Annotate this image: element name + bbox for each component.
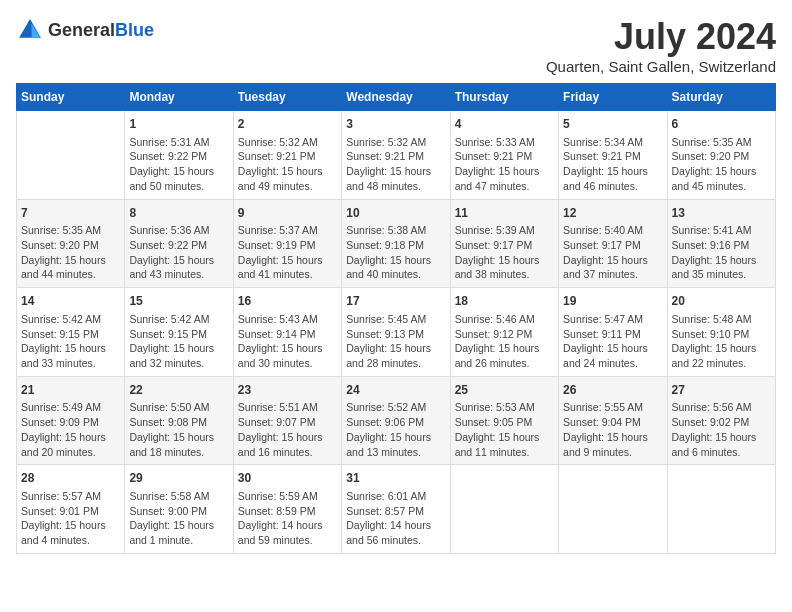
day-info: Sunrise: 5:49 AM Sunset: 9:09 PM Dayligh…: [21, 400, 120, 459]
day-cell: 23Sunrise: 5:51 AM Sunset: 9:07 PM Dayli…: [233, 376, 341, 465]
week-row-1: 1Sunrise: 5:31 AM Sunset: 9:22 PM Daylig…: [17, 111, 776, 200]
calendar-header: SundayMondayTuesdayWednesdayThursdayFrid…: [17, 84, 776, 111]
header-cell-saturday: Saturday: [667, 84, 775, 111]
day-cell: [559, 465, 667, 554]
day-info: Sunrise: 5:57 AM Sunset: 9:01 PM Dayligh…: [21, 489, 120, 548]
day-number: 18: [455, 293, 554, 310]
day-number: 11: [455, 205, 554, 222]
day-cell: 28Sunrise: 5:57 AM Sunset: 9:01 PM Dayli…: [17, 465, 125, 554]
day-cell: 31Sunrise: 6:01 AM Sunset: 8:57 PM Dayli…: [342, 465, 450, 554]
logo-general: General: [48, 20, 115, 40]
day-number: 7: [21, 205, 120, 222]
day-cell: 12Sunrise: 5:40 AM Sunset: 9:17 PM Dayli…: [559, 199, 667, 288]
logo-blue: Blue: [115, 20, 154, 40]
header: GeneralBlue July 2024 Quarten, Saint Gal…: [16, 16, 776, 75]
day-number: 12: [563, 205, 662, 222]
header-cell-thursday: Thursday: [450, 84, 558, 111]
day-number: 19: [563, 293, 662, 310]
logo-text: GeneralBlue: [48, 20, 154, 41]
header-cell-monday: Monday: [125, 84, 233, 111]
day-cell: 3Sunrise: 5:32 AM Sunset: 9:21 PM Daylig…: [342, 111, 450, 200]
day-number: 15: [129, 293, 228, 310]
day-number: 14: [21, 293, 120, 310]
week-row-3: 14Sunrise: 5:42 AM Sunset: 9:15 PM Dayli…: [17, 288, 776, 377]
logo-icon: [16, 16, 44, 44]
day-number: 31: [346, 470, 445, 487]
day-info: Sunrise: 5:41 AM Sunset: 9:16 PM Dayligh…: [672, 223, 771, 282]
day-number: 27: [672, 382, 771, 399]
day-cell: 14Sunrise: 5:42 AM Sunset: 9:15 PM Dayli…: [17, 288, 125, 377]
day-cell: 18Sunrise: 5:46 AM Sunset: 9:12 PM Dayli…: [450, 288, 558, 377]
header-cell-sunday: Sunday: [17, 84, 125, 111]
day-cell: 9Sunrise: 5:37 AM Sunset: 9:19 PM Daylig…: [233, 199, 341, 288]
header-row: SundayMondayTuesdayWednesdayThursdayFrid…: [17, 84, 776, 111]
subtitle: Quarten, Saint Gallen, Switzerland: [546, 58, 776, 75]
day-number: 13: [672, 205, 771, 222]
day-cell: 2Sunrise: 5:32 AM Sunset: 9:21 PM Daylig…: [233, 111, 341, 200]
day-number: 23: [238, 382, 337, 399]
day-cell: 13Sunrise: 5:41 AM Sunset: 9:16 PM Dayli…: [667, 199, 775, 288]
day-number: 6: [672, 116, 771, 133]
day-info: Sunrise: 5:35 AM Sunset: 9:20 PM Dayligh…: [672, 135, 771, 194]
day-cell: 21Sunrise: 5:49 AM Sunset: 9:09 PM Dayli…: [17, 376, 125, 465]
day-cell: 8Sunrise: 5:36 AM Sunset: 9:22 PM Daylig…: [125, 199, 233, 288]
header-cell-friday: Friday: [559, 84, 667, 111]
day-number: 30: [238, 470, 337, 487]
main-title: July 2024: [546, 16, 776, 58]
day-number: 3: [346, 116, 445, 133]
day-cell: [17, 111, 125, 200]
svg-marker-2: [32, 24, 41, 38]
day-cell: 27Sunrise: 5:56 AM Sunset: 9:02 PM Dayli…: [667, 376, 775, 465]
day-cell: 7Sunrise: 5:35 AM Sunset: 9:20 PM Daylig…: [17, 199, 125, 288]
day-info: Sunrise: 5:37 AM Sunset: 9:19 PM Dayligh…: [238, 223, 337, 282]
day-info: Sunrise: 5:58 AM Sunset: 9:00 PM Dayligh…: [129, 489, 228, 548]
day-cell: [450, 465, 558, 554]
day-number: 28: [21, 470, 120, 487]
logo: GeneralBlue: [16, 16, 154, 44]
day-cell: 26Sunrise: 5:55 AM Sunset: 9:04 PM Dayli…: [559, 376, 667, 465]
day-number: 17: [346, 293, 445, 310]
day-number: 10: [346, 205, 445, 222]
day-info: Sunrise: 5:33 AM Sunset: 9:21 PM Dayligh…: [455, 135, 554, 194]
day-cell: 1Sunrise: 5:31 AM Sunset: 9:22 PM Daylig…: [125, 111, 233, 200]
week-row-4: 21Sunrise: 5:49 AM Sunset: 9:09 PM Dayli…: [17, 376, 776, 465]
header-cell-tuesday: Tuesday: [233, 84, 341, 111]
day-info: Sunrise: 5:36 AM Sunset: 9:22 PM Dayligh…: [129, 223, 228, 282]
day-cell: 17Sunrise: 5:45 AM Sunset: 9:13 PM Dayli…: [342, 288, 450, 377]
day-number: 21: [21, 382, 120, 399]
day-cell: 25Sunrise: 5:53 AM Sunset: 9:05 PM Dayli…: [450, 376, 558, 465]
day-info: Sunrise: 6:01 AM Sunset: 8:57 PM Dayligh…: [346, 489, 445, 548]
day-info: Sunrise: 5:39 AM Sunset: 9:17 PM Dayligh…: [455, 223, 554, 282]
day-cell: 24Sunrise: 5:52 AM Sunset: 9:06 PM Dayli…: [342, 376, 450, 465]
week-row-2: 7Sunrise: 5:35 AM Sunset: 9:20 PM Daylig…: [17, 199, 776, 288]
day-info: Sunrise: 5:50 AM Sunset: 9:08 PM Dayligh…: [129, 400, 228, 459]
day-info: Sunrise: 5:42 AM Sunset: 9:15 PM Dayligh…: [129, 312, 228, 371]
day-info: Sunrise: 5:53 AM Sunset: 9:05 PM Dayligh…: [455, 400, 554, 459]
day-cell: 11Sunrise: 5:39 AM Sunset: 9:17 PM Dayli…: [450, 199, 558, 288]
day-info: Sunrise: 5:42 AM Sunset: 9:15 PM Dayligh…: [21, 312, 120, 371]
day-cell: 20Sunrise: 5:48 AM Sunset: 9:10 PM Dayli…: [667, 288, 775, 377]
day-info: Sunrise: 5:43 AM Sunset: 9:14 PM Dayligh…: [238, 312, 337, 371]
day-number: 5: [563, 116, 662, 133]
day-info: Sunrise: 5:45 AM Sunset: 9:13 PM Dayligh…: [346, 312, 445, 371]
calendar-table: SundayMondayTuesdayWednesdayThursdayFrid…: [16, 83, 776, 554]
day-cell: 19Sunrise: 5:47 AM Sunset: 9:11 PM Dayli…: [559, 288, 667, 377]
day-number: 20: [672, 293, 771, 310]
day-number: 29: [129, 470, 228, 487]
day-cell: 10Sunrise: 5:38 AM Sunset: 9:18 PM Dayli…: [342, 199, 450, 288]
day-info: Sunrise: 5:32 AM Sunset: 9:21 PM Dayligh…: [238, 135, 337, 194]
day-number: 24: [346, 382, 445, 399]
header-cell-wednesday: Wednesday: [342, 84, 450, 111]
day-cell: 6Sunrise: 5:35 AM Sunset: 9:20 PM Daylig…: [667, 111, 775, 200]
title-area: July 2024 Quarten, Saint Gallen, Switzer…: [546, 16, 776, 75]
day-cell: 30Sunrise: 5:59 AM Sunset: 8:59 PM Dayli…: [233, 465, 341, 554]
day-info: Sunrise: 5:34 AM Sunset: 9:21 PM Dayligh…: [563, 135, 662, 194]
day-cell: 15Sunrise: 5:42 AM Sunset: 9:15 PM Dayli…: [125, 288, 233, 377]
day-info: Sunrise: 5:51 AM Sunset: 9:07 PM Dayligh…: [238, 400, 337, 459]
day-info: Sunrise: 5:31 AM Sunset: 9:22 PM Dayligh…: [129, 135, 228, 194]
day-number: 25: [455, 382, 554, 399]
day-info: Sunrise: 5:52 AM Sunset: 9:06 PM Dayligh…: [346, 400, 445, 459]
day-number: 2: [238, 116, 337, 133]
day-cell: 5Sunrise: 5:34 AM Sunset: 9:21 PM Daylig…: [559, 111, 667, 200]
week-row-5: 28Sunrise: 5:57 AM Sunset: 9:01 PM Dayli…: [17, 465, 776, 554]
